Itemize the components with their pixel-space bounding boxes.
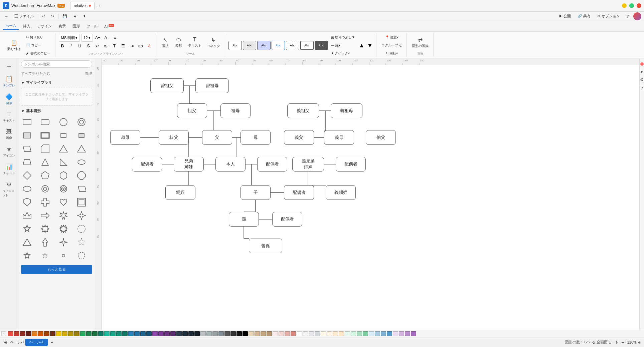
shape-arrow-up[interactable] bbox=[39, 236, 51, 248]
color-swatch[interactable] bbox=[315, 331, 320, 336]
shape-diamond[interactable] bbox=[21, 169, 33, 182]
color-swatch[interactable] bbox=[375, 331, 380, 336]
color-swatch[interactable] bbox=[188, 331, 194, 336]
color-swatch[interactable] bbox=[38, 331, 43, 336]
shape-arrow-right[interactable] bbox=[39, 210, 51, 222]
connector-button[interactable]: ↳ コネクタ bbox=[205, 34, 222, 50]
color-swatch[interactable] bbox=[98, 331, 104, 336]
color-swatch[interactable] bbox=[122, 331, 128, 336]
node-sobo[interactable]: 祖母 bbox=[220, 103, 251, 118]
shape-burst[interactable] bbox=[57, 210, 69, 222]
diagram-canvas[interactable]: 曽祖父 曽祖母 祖父 祖母 義祖父 義祖母 叔母 叔父 父 母 義父 義母 伯父… bbox=[102, 65, 639, 330]
shape-replace-button[interactable]: ⇄ 図形の置換 bbox=[410, 34, 431, 50]
color-swatch[interactable] bbox=[194, 331, 200, 336]
shape-zigzag[interactable] bbox=[21, 210, 33, 222]
select-button[interactable]: ↖ 選択 bbox=[159, 34, 171, 50]
color-swatch[interactable] bbox=[56, 331, 61, 336]
superscript-button[interactable]: x² bbox=[94, 42, 101, 50]
format-copy-button[interactable]: 🖌 書式のコピー bbox=[24, 50, 52, 57]
nav-templates[interactable]: 📋 テンプレ bbox=[1, 73, 17, 90]
shape-star-sm1[interactable] bbox=[21, 250, 33, 262]
shape-ellipse[interactable] bbox=[21, 183, 33, 195]
node-himago[interactable]: 曾孫 bbox=[249, 239, 282, 253]
node-haigusha3[interactable]: 配偶者 bbox=[336, 157, 366, 171]
nav-shapes[interactable]: 🔷 図形 bbox=[1, 91, 17, 107]
shape-stadium[interactable] bbox=[75, 156, 88, 168]
position-button[interactable]: 📍 位置▾ bbox=[383, 34, 400, 41]
color-swatch[interactable] bbox=[345, 331, 350, 336]
shape-triangle-right[interactable] bbox=[75, 143, 88, 155]
group-button[interactable]: □ グループ化 bbox=[380, 42, 404, 49]
color-swatch[interactable] bbox=[285, 331, 290, 336]
shape-star6[interactable] bbox=[39, 223, 51, 235]
ribbon-tab-home[interactable]: ホーム bbox=[3, 22, 19, 30]
color-swatch[interactable] bbox=[249, 331, 254, 336]
shape-pentagon[interactable] bbox=[39, 169, 51, 182]
help-button[interactable]: ? bbox=[625, 14, 631, 19]
color-swatch[interactable] bbox=[26, 331, 31, 336]
style-sample-7[interactable]: Abc bbox=[315, 41, 328, 50]
node-oji2[interactable]: 伯父 bbox=[366, 130, 396, 145]
basic-shapes-section[interactable]: ▼ 基本図形 bbox=[21, 107, 92, 115]
color-swatch[interactable] bbox=[32, 331, 37, 336]
align-button[interactable]: ≡ bbox=[112, 34, 119, 41]
shape-circle-ring[interactable] bbox=[75, 116, 88, 128]
node-soso-fu[interactable]: 曽祖父 bbox=[150, 78, 184, 93]
node-haigusha4[interactable]: 配偶者 bbox=[284, 185, 314, 200]
ribbon-tab-shape[interactable]: 図形 bbox=[70, 23, 83, 30]
shape-star5-outline[interactable] bbox=[75, 236, 88, 248]
color-swatch[interactable] bbox=[68, 331, 73, 336]
search-input[interactable] bbox=[21, 60, 92, 68]
ribbon-tab-design[interactable]: デザイン bbox=[34, 23, 54, 30]
shape-triangle-iso[interactable] bbox=[39, 156, 51, 168]
shape-button[interactable]: ⬭ 図形 bbox=[173, 34, 185, 50]
node-gi-sofu[interactable]: 義祖父 bbox=[287, 103, 319, 118]
ribbon-tab-ai[interactable]: AI hot bbox=[102, 23, 117, 30]
close-button[interactable] bbox=[637, 3, 641, 8]
node-haha[interactable]: 母 bbox=[240, 130, 271, 145]
text-button-ribbon[interactable]: T テキスト bbox=[186, 34, 203, 50]
tab-add-button[interactable]: + bbox=[95, 2, 103, 10]
color-swatch[interactable] bbox=[321, 331, 326, 336]
options-button[interactable]: ⚙ オプション bbox=[595, 13, 622, 19]
right-panel-toggle[interactable]: ▶ bbox=[640, 70, 644, 73]
color-swatch[interactable] bbox=[224, 331, 230, 336]
file-menu[interactable]: ☰ ファイル bbox=[12, 13, 36, 19]
shape-ring2[interactable] bbox=[39, 183, 51, 195]
shape-heart[interactable] bbox=[57, 196, 69, 208]
shape-trapezoid[interactable] bbox=[21, 156, 33, 168]
color-swatch[interactable] bbox=[351, 331, 356, 336]
color-swatch[interactable] bbox=[309, 331, 314, 336]
color-swatch[interactable] bbox=[140, 331, 146, 336]
color-swatch[interactable] bbox=[236, 331, 242, 336]
shape-rect[interactable] bbox=[21, 116, 33, 128]
my-library-section[interactable]: ▼ マイライブラリ bbox=[21, 79, 92, 86]
color-swatch[interactable] bbox=[206, 331, 212, 336]
color-swatch[interactable] bbox=[200, 331, 206, 336]
shape-rect-cut[interactable] bbox=[39, 143, 51, 155]
add-page-button[interactable]: + bbox=[49, 339, 55, 346]
shape-rect-bold[interactable] bbox=[39, 129, 51, 141]
node-ko[interactable]: 子 bbox=[240, 185, 271, 200]
nav-back[interactable]: ← bbox=[1, 61, 17, 72]
color-swatch[interactable] bbox=[387, 331, 392, 336]
nav-text[interactable]: T テキスト bbox=[1, 109, 17, 125]
ribbon-tab-insert[interactable]: 挿入 bbox=[20, 23, 33, 30]
color-swatch[interactable] bbox=[339, 331, 344, 336]
zoom-out-button[interactable]: − bbox=[621, 340, 624, 345]
color-swatch[interactable] bbox=[212, 331, 218, 336]
italic-button[interactable]: I bbox=[67, 42, 75, 50]
color-swatch[interactable] bbox=[170, 331, 176, 336]
shape-star4[interactable] bbox=[75, 210, 88, 222]
color-swatch[interactable] bbox=[363, 331, 368, 336]
node-mago[interactable]: 孫 bbox=[229, 212, 259, 227]
indent-button[interactable]: ⇥ bbox=[128, 42, 136, 50]
node-gi-mego[interactable]: 義甥姪 bbox=[326, 185, 356, 200]
color-swatch[interactable] bbox=[303, 331, 308, 336]
color-swatch[interactable] bbox=[50, 331, 55, 336]
copy-button[interactable]: 📄 コピー bbox=[24, 42, 52, 49]
color-swatch[interactable] bbox=[261, 331, 266, 336]
page-view-toggle[interactable]: ⊞ bbox=[3, 340, 7, 345]
color-swatch[interactable] bbox=[291, 331, 296, 336]
color-swatch[interactable] bbox=[218, 331, 224, 336]
